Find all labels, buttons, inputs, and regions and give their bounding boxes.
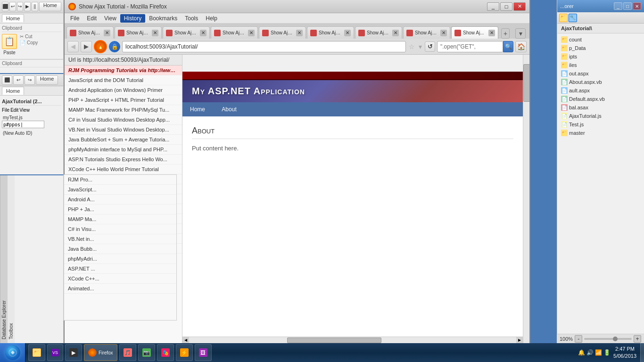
back-button[interactable]: ◀: [67, 41, 79, 52]
history-item-4[interactable]: MAMP Mac Framework for PHP/MySql Tu...: [65, 105, 182, 115]
tab-4-close[interactable]: ✕: [248, 30, 255, 36]
editor-home-btn[interactable]: Home: [36, 75, 58, 85]
second-history-2[interactable]: Android A...: [64, 195, 176, 205]
paste-icon[interactable]: 📋: [2, 34, 17, 49]
search-input[interactable]: ".open("GET",: [437, 41, 503, 52]
tab-2-close[interactable]: ✕: [152, 30, 158, 36]
menu-file[interactable]: File: [66, 14, 83, 23]
tab-7-close[interactable]: ✕: [392, 30, 399, 36]
firefox-logo-button[interactable]: 🔥: [94, 40, 107, 53]
zoom-plus-button[interactable]: +: [634, 335, 641, 343]
tree-item-3[interactable]: 📁 iles: [559, 61, 642, 69]
aspnet-nav-home[interactable]: Home: [182, 102, 213, 116]
tree-item-6[interactable]: 📄 ault.aspx: [559, 86, 642, 95]
tree-item-11[interactable]: 📁 master: [559, 129, 642, 137]
editor-toolbar-btn1[interactable]: ⬛: [2, 75, 12, 85]
taskbar-app-vs[interactable]: VS: [47, 344, 63, 361]
se-toolbar-icon1[interactable]: 📁: [559, 14, 568, 22]
menu-bookmarks[interactable]: Bookmarks: [145, 14, 181, 23]
zoom-thumb[interactable]: [613, 337, 618, 341]
tree-item-7[interactable]: 📄 Default.aspx.vb: [559, 95, 642, 103]
paste-button-area[interactable]: 📋 Paste: [2, 34, 17, 55]
browser-tab-8[interactable]: Show Ajax T... ✕: [403, 26, 450, 39]
tab-list-button[interactable]: ▾: [515, 28, 526, 39]
history-item-8[interactable]: phpMyAdmin interface to MySql and PHP...: [65, 145, 182, 155]
se-toolbar-icon2[interactable]: 🔧: [569, 14, 577, 22]
show-desktop-button[interactable]: [640, 343, 644, 362]
address-input[interactable]: localhost:50093/AjaxTutorial/: [122, 41, 406, 52]
search-button[interactable]: 🔍: [503, 41, 513, 52]
new-tab-button[interactable]: +: [501, 28, 510, 39]
auto-id-item[interactable]: (New Auto ID): [2, 130, 61, 136]
tab-3-close[interactable]: ✕: [200, 30, 206, 36]
second-history-4[interactable]: MAMP Ma...: [64, 214, 176, 224]
cut-button[interactable]: ✂ Cut: [20, 34, 38, 39]
tree-item-4[interactable]: 📄 out.aspx: [559, 69, 642, 78]
minimize-button[interactable]: _: [487, 2, 499, 11]
editor-tab-home[interactable]: Home: [2, 87, 24, 95]
history-item-7[interactable]: Java BubbleSort + Sum + Average Tutoria.…: [65, 135, 182, 145]
taskbar-app-9[interactable]: 🖼: [195, 344, 212, 361]
history-item-2[interactable]: Android Application (on Windows) Primer: [65, 85, 182, 95]
editor-toolbar-btn3[interactable]: ↪: [25, 75, 35, 85]
history-item-1[interactable]: JavaScript and the DOM Tutorial: [65, 75, 182, 85]
taskbar-app-7[interactable]: 🎭: [157, 344, 174, 361]
tab-9-close[interactable]: ✕: [488, 30, 495, 36]
reload-button[interactable]: ↺: [425, 41, 435, 52]
history-item-0[interactable]: RJM Programming Tutorials via http://www…: [65, 66, 182, 75]
second-history-0[interactable]: RJM Pro...: [64, 175, 176, 185]
toolbar-btn-2[interactable]: ↩: [9, 2, 16, 11]
second-history-6[interactable]: VB.Net in...: [64, 234, 176, 244]
hscroll-right[interactable]: ▶: [516, 337, 523, 344]
browser-tab-4[interactable]: Show Ajax T... ✕: [211, 26, 258, 39]
tab-8-close[interactable]: ✕: [440, 30, 447, 36]
database-explorer-tab[interactable]: Database Explorer: [0, 175, 8, 343]
zoom-slider[interactable]: [584, 338, 632, 340]
history-item-3[interactable]: PHP + JavaScript + HTML Primer Tutorial: [65, 95, 182, 105]
taskbar-app-5[interactable]: 🎵: [119, 344, 136, 361]
browser-tab-2[interactable]: Show Ajax T... ✕: [115, 26, 162, 39]
menu-help[interactable]: Help: [202, 14, 221, 23]
menu-edit[interactable]: Edit: [83, 14, 100, 23]
clipboard-tab[interactable]: Home: [2, 14, 24, 22]
tab-1-close[interactable]: ✕: [104, 30, 110, 36]
start-orb[interactable]: [5, 345, 20, 360]
tree-item-8[interactable]: 📄 bal.asax: [559, 103, 642, 112]
second-history-11[interactable]: Animated...: [64, 284, 176, 294]
second-history-8[interactable]: phpMyAdri...: [64, 254, 176, 264]
history-item-10[interactable]: XCode C++ Hello World Primer Tutorial: [65, 165, 182, 174]
history-item-6[interactable]: VB.Net in Visual Studio Windows Desktop.…: [65, 125, 182, 135]
browser-tab-7[interactable]: Show Ajax T... ✕: [355, 26, 402, 39]
taskbar-app-firefox[interactable]: Firefox: [84, 344, 117, 361]
taskbar-app-8[interactable]: ⚡: [176, 344, 193, 361]
history-item-9[interactable]: ASP.N Tutorials Studio Express Hello Wo.…: [65, 155, 182, 165]
tab-6-close[interactable]: ✕: [344, 30, 351, 36]
editor-toolbar-btn2[interactable]: ↩: [13, 75, 24, 85]
close-button[interactable]: ✕: [513, 2, 526, 11]
browser-tab-5[interactable]: Show Ajax T... ✕: [259, 26, 306, 39]
horizontal-scrollbar[interactable]: ◀ ▶: [182, 337, 523, 343]
menu-history[interactable]: History: [120, 14, 145, 23]
tab-5-close[interactable]: ✕: [296, 30, 303, 36]
right-panel-close[interactable]: ✕: [633, 2, 641, 10]
right-panel-maximize[interactable]: □: [623, 2, 632, 10]
browser-tab-1[interactable]: Show Ajax T... ✕: [66, 26, 114, 39]
taskbar-clock[interactable]: 2:47 PM 5/06/2013: [613, 346, 636, 360]
scrollbar-thumb[interactable]: [523, 64, 529, 102]
tree-item-2[interactable]: 📁 ipts: [559, 52, 642, 61]
right-panel-minimize[interactable]: _: [614, 2, 622, 10]
history-item-5[interactable]: C# in Visual Studio Windows Desktop App.…: [65, 115, 182, 125]
toolbar-btn-1[interactable]: ⬛: [2, 2, 8, 11]
forward-button[interactable]: ▶: [81, 41, 92, 52]
home-button[interactable]: Home: [39, 2, 61, 11]
second-history-10[interactable]: XCode C++...: [64, 274, 176, 284]
taskbar-app-media[interactable]: ▶: [65, 344, 82, 361]
hscroll-track[interactable]: [189, 337, 516, 343]
toolbar-btn-3[interactable]: ↪: [17, 2, 24, 11]
code-input[interactable]: [2, 121, 44, 128]
maximize-button[interactable]: □: [500, 2, 512, 11]
editor-file-menu[interactable]: File: [2, 107, 9, 113]
hscroll-left[interactable]: ◀: [182, 337, 189, 344]
start-button[interactable]: [0, 343, 25, 362]
menu-tools[interactable]: Tools: [181, 14, 202, 23]
